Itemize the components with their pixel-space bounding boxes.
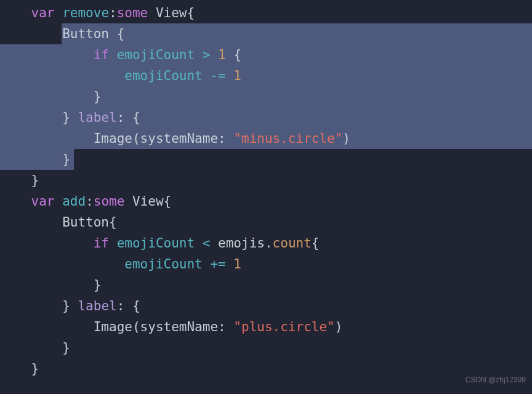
code-line: }: [0, 86, 532, 107]
code-line: Image(systemName: "minus.circle"): [0, 128, 532, 149]
code-block: var remove:some View{ Button { if emojiC…: [0, 0, 532, 379]
watermark-text: CSDN @zhj12399: [465, 369, 526, 390]
code-line: var add:some View{: [0, 191, 532, 212]
code-line: } label: {: [0, 107, 532, 128]
code-line: }: [0, 358, 532, 379]
code-line: }: [0, 275, 532, 296]
code-line: }: [0, 170, 532, 191]
code-line: if emojiCount < emojis.count{: [0, 233, 532, 254]
code-line: Image(systemName: "plus.circle"): [0, 316, 532, 337]
code-line: emojiCount -= 1: [0, 65, 532, 86]
code-line: emojiCount += 1: [0, 254, 532, 275]
code-line: Button {: [0, 23, 532, 44]
code-line: }: [0, 337, 532, 358]
code-line: }: [0, 149, 532, 170]
code-line: } label: {: [0, 296, 532, 316]
code-line: Button{: [0, 212, 532, 233]
code-line: if emojiCount > 1 {: [0, 44, 532, 65]
code-line: var remove:some View{: [0, 2, 532, 23]
